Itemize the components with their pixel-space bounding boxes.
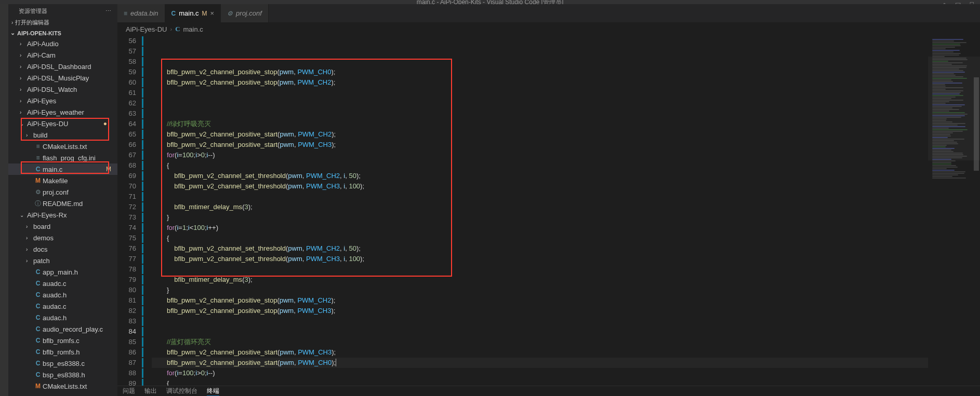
line-number: 86 [117,347,136,358]
folder-item[interactable]: ›AiPi-Cam [8,49,117,61]
file-item[interactable]: Cmain.cM [8,163,117,175]
file-item[interactable]: ⚙proj.conf [8,186,117,198]
code-line[interactable] [152,264,928,275]
folder-item[interactable]: ›board [8,221,117,232]
file-item[interactable]: Caudio_record_play.c [8,323,117,335]
editor-tab[interactable]: Cmain.cM× [165,4,221,22]
sidebar-more-icon[interactable]: ⋯ [105,8,111,15]
code-line[interactable] [152,88,928,98]
line-number: 85 [117,337,136,347]
file-item[interactable]: Cbflb_romfs.c [8,335,117,346]
panel-tab[interactable]: 问题 [123,387,135,395]
file-icon: ⚙ [227,10,233,17]
code-line[interactable]: bflb_pwm_v2_channel_positive_start(pwm, … [152,358,928,368]
folder-item[interactable]: ›AiPi-Eyes_weather [8,106,117,118]
file-item[interactable]: Capp_main.h [8,266,117,278]
breadcrumb-folder[interactable]: AiPi-Eyes-DU [126,25,167,33]
activity-bar [0,4,8,396]
tree-item-label: audac.c [43,303,67,310]
code-line[interactable]: bflb_pwm_v2_channel_positive_start(pwm, … [152,140,928,150]
line-number: 59 [117,67,136,77]
code-line[interactable]: { [152,378,928,386]
code-line[interactable]: bflb_pwm_v2_channel_positive_stop(pwm, P… [152,77,928,88]
minimap-line [932,160,956,161]
code-line[interactable]: { [152,160,928,171]
code-line[interactable]: bflb_pwm_v2_channel_set_threshold(pwm, P… [152,254,928,264]
panel-tab[interactable]: 调试控制台 [166,387,197,395]
tree-item-label: AiPi-Cam [27,51,56,59]
file-icon: M [33,383,43,390]
code-line[interactable]: } [152,285,928,295]
folder-item[interactable]: ›AiPi-DSL_Watch [8,84,117,95]
code-line[interactable]: bflb_mtimer_delay_ms(3); [152,275,928,285]
folder-item[interactable]: ›AiPi-Eyes [8,95,117,106]
code-line[interactable]: bflb_pwm_v2_channel_positive_stop(pwm, P… [152,306,928,316]
file-item[interactable]: Cauadc.h [8,289,117,301]
vertical-scrollbar[interactable] [973,36,980,386]
file-item[interactable]: Caudac.h [8,312,117,323]
code-line[interactable] [152,316,928,326]
minimap-slider[interactable] [928,57,980,160]
code-line[interactable]: { [152,233,928,243]
chevron-right-icon: › [11,20,13,25]
line-number: 89 [117,378,136,386]
code-line[interactable] [152,98,928,108]
code-line[interactable]: bflb_pwm_v2_channel_positive_stop(pwm, P… [152,295,928,306]
tree-item-label: CMakeLists.txt [43,143,87,151]
code-content[interactable]: bflb_pwm_v2_channel_positive_stop(pwm, P… [143,36,928,386]
scrollbar-thumb[interactable] [974,77,979,171]
panel-tab[interactable]: 终端 [207,387,219,396]
file-item[interactable]: Cbsp_es8388.c [8,358,117,369]
folder-item[interactable]: ›demos [8,232,117,243]
folder-item[interactable]: ⌄AiPi-Eyes-DU● [8,118,117,129]
file-item[interactable]: Cbflb_romfs.h [8,346,117,358]
folder-item[interactable]: ›build [8,129,117,141]
code-line[interactable]: for(i=1;i<100;i++) [152,223,928,233]
folder-item[interactable]: ›AiPi-Audio [8,38,117,49]
workspace-folder-header[interactable]: ⌄ AIPI-OPEN-KITS [8,28,117,38]
editor-tab[interactable]: ⚙proj.conf [221,4,269,22]
code-line[interactable]: for(i=100;i>0;i--) [152,150,928,160]
file-tree[interactable]: ›AiPi-Audio›AiPi-Cam›AiPi-DSL_Dashboard›… [8,38,117,396]
code-line[interactable]: bflb_mtimer_delay_ms(3); [152,202,928,212]
file-item[interactable]: Cbsp_es8388.h [8,369,117,380]
breadcrumb[interactable]: AiPi-Eyes-DU › C main.c [117,22,980,36]
code-line[interactable]: bflb_pwm_v2_channel_positive_start(pwm, … [152,129,928,140]
tree-item-label: README.md [43,200,83,208]
file-item[interactable]: Caudac.c [8,301,117,312]
minimap-line [932,53,961,54]
code-line[interactable] [152,108,928,119]
close-icon[interactable]: × [210,9,214,17]
editor-tab[interactable]: ≡edata.bin [117,4,165,22]
folder-item[interactable]: ⌄AiPi-Eyes-Rx [8,209,117,221]
minimap-line [932,40,954,42]
code-line[interactable]: bflb_pwm_v2_channel_set_threshold(pwm, P… [152,171,928,181]
code-editor[interactable]: 5657585960616263646566676869707172737475… [117,36,980,386]
minimap[interactable] [928,36,980,386]
code-line[interactable] [152,192,928,202]
tree-item-label: flash_prog_cfg.ini [43,154,96,162]
file-item[interactable]: MCMakeLists.txt [8,380,117,392]
file-item[interactable]: ≡CMakeLists.txt [8,141,117,152]
code-line[interactable]: } [152,212,928,223]
code-line[interactable] [152,326,928,337]
code-line[interactable]: bflb_pwm_v2_channel_positive_start(pwm, … [152,347,928,358]
file-item[interactable]: MMakefile [8,175,117,186]
breadcrumb-file[interactable]: main.c [183,25,203,33]
line-number: 65 [117,129,136,140]
code-line[interactable]: //蓝灯循环亮灭 [152,337,928,347]
open-editors-section[interactable]: › 打开的编辑器 [8,17,117,28]
panel-tab[interactable]: 输出 [144,387,157,395]
file-item[interactable]: ≡flash_prog_cfg.ini [8,152,117,163]
folder-item[interactable]: ›AiPi-DSL_MusicPlay [8,72,117,84]
code-line[interactable]: bflb_pwm_v2_channel_set_threshold(pwm, P… [152,243,928,254]
folder-item[interactable]: ›patch [8,255,117,266]
code-line[interactable]: bflb_pwm_v2_channel_set_threshold(pwm, P… [152,181,928,192]
file-item[interactable]: Cauadc.c [8,278,117,289]
folder-item[interactable]: ›AiPi-DSL_Dashboard [8,61,117,72]
code-line[interactable]: //绿灯呼吸亮灭 [152,119,928,129]
code-line[interactable]: for(i=100;i>0;i--) [152,368,928,378]
file-item[interactable]: ⓘREADME.md [8,198,117,209]
code-line[interactable]: bflb_pwm_v2_channel_positive_stop(pwm, P… [152,67,928,77]
folder-item[interactable]: ›docs [8,243,117,255]
